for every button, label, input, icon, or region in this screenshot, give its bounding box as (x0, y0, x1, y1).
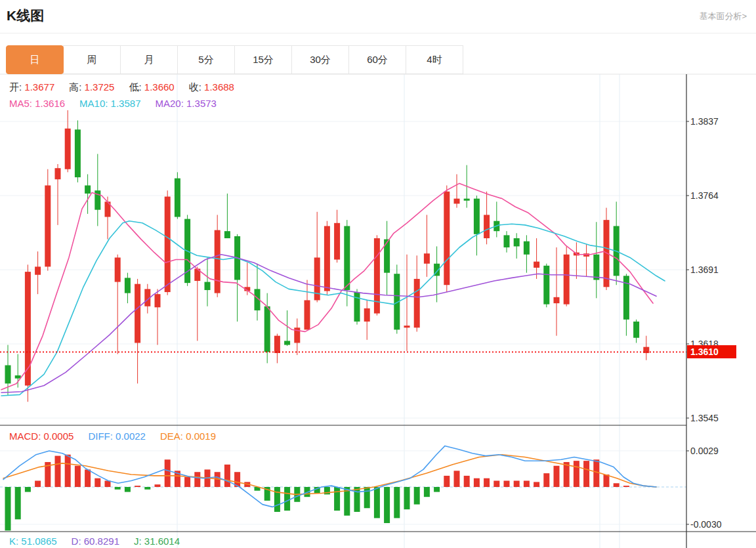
price-tick-label: 1.3691 (690, 264, 719, 275)
legend-pair: MA5: 1.3616 (9, 98, 65, 109)
kdj-legend: K: 51.0865D: 60.8291J: 31.6014 (9, 536, 194, 547)
macd-legend: MACD: 0.0005DIFF: 0.0022DEA: 0.0019 (9, 431, 230, 442)
ohlc-legend: 开: 1.3677高: 1.3725低: 1.3660收: 1.3688 (9, 81, 249, 94)
macd-tick-label: -0.0030 (690, 519, 721, 530)
legend-pair: DIFF: 0.0022 (88, 431, 146, 442)
kline-page: K线图 基本面分析> 日周月5分15分30分60分4时 开: 1.3677高: … (0, 0, 756, 548)
macd-tick-label: 0.0029 (690, 446, 719, 456)
legend-pair: 收: 1.3688 (189, 81, 234, 93)
legend-pair: DEA: 0.0019 (160, 431, 216, 442)
legend-pair: 开: 1.3677 (9, 81, 54, 93)
legend-pair: D: 60.8291 (72, 536, 119, 547)
legend-pair: J: 31.6014 (134, 536, 180, 547)
legend-pair: 低: 1.3660 (129, 81, 174, 93)
legend-pair: MA20: 1.3573 (156, 98, 217, 109)
price-tick-label: 1.3545 (690, 413, 719, 423)
tab-日[interactable]: 日 (6, 45, 64, 74)
current-price-badge: 1.3610 (687, 345, 736, 358)
price-tick-label: 1.3764 (690, 190, 719, 201)
price-tick-label: 1.3837 (690, 116, 719, 127)
legend-pair: K: 51.0865 (9, 536, 57, 547)
legend-pair: MA10: 1.3587 (79, 98, 140, 109)
ma-legend: MA5: 1.3616MA10: 1.3587MA20: 1.3573 (9, 98, 231, 109)
legend-pair: MACD: 0.0005 (9, 431, 74, 442)
legend-pair: 高: 1.3725 (69, 81, 114, 93)
